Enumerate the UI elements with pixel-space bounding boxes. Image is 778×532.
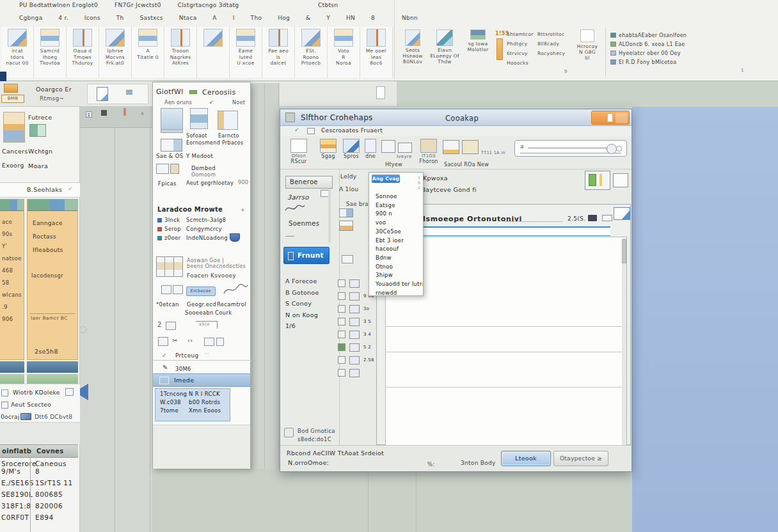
checkbox-icon[interactable] bbox=[1, 402, 8, 409]
mini-outline-icon[interactable] bbox=[602, 215, 612, 221]
small-icon[interactable] bbox=[170, 164, 179, 174]
notes-section-header[interactable]: B.Seehlaks ✓ bbox=[0, 182, 80, 198]
nav-label[interactable]: Soenmes bbox=[289, 220, 319, 227]
palette-row[interactable]: 3 5 bbox=[338, 315, 374, 328]
menu-item[interactable]: Hog bbox=[278, 15, 290, 21]
ribbon-group[interactable]: Oaua d Tmqws Thduroy bbox=[67, 27, 99, 78]
layout-thumbnail[interactable] bbox=[161, 108, 183, 130]
note-card[interactable]: EanngaceRoctassIfleabouts Iacodensgr Iae… bbox=[27, 199, 78, 360]
table-grid-icon[interactable] bbox=[156, 256, 183, 277]
palette-row[interactable]: 2.58 bbox=[338, 354, 374, 366]
palette-row[interactable]: 3 4 bbox=[338, 328, 374, 341]
dropdown-item[interactable]: Youaodd ter lutrapie bbox=[369, 280, 423, 289]
toolbar-group[interactable]: IT1GS Fhoron bbox=[417, 137, 440, 165]
preview-icon-box[interactable] bbox=[613, 173, 628, 187]
option-label[interactable]: Rocyohecy bbox=[537, 49, 565, 58]
dropdown-item[interactable]: rnewdd bbox=[369, 289, 423, 298]
toolbar-group[interactable]: dne bbox=[362, 137, 379, 160]
folder-icon-large[interactable] bbox=[612, 205, 631, 221]
window-tab[interactable]: FN7Gr Jcwctst0 bbox=[115, 2, 161, 10]
sidebar-label[interactable]: Exoorg bbox=[2, 162, 24, 169]
window-tab[interactable]: Clstgrtacngo 3dtatg bbox=[178, 2, 239, 10]
menu-item[interactable]: Sastxcs bbox=[139, 15, 163, 21]
menu-item[interactable]: Th bbox=[116, 15, 124, 21]
folder-preview-icon[interactable] bbox=[3, 112, 25, 143]
ribbon-group[interactable]: ESt. Roono Prtoecb bbox=[295, 27, 328, 78]
menu-item[interactable]: 4 r. bbox=[58, 15, 68, 21]
note-card-partial[interactable]: ace90sY'natsoe46858wlcans.9906 bbox=[0, 199, 24, 360]
menu-item[interactable]: A bbox=[212, 15, 216, 21]
scrollbar-thumb[interactable] bbox=[622, 239, 626, 263]
dropdown-item[interactable]: 30Ce5oe bbox=[369, 228, 423, 237]
nav-item[interactable]: 1/6 bbox=[285, 320, 319, 332]
action-label[interactable]: Wiotrb KDoleke bbox=[13, 389, 60, 396]
table-row[interactable]: 318F1:8 820006 bbox=[0, 500, 78, 512]
ribbon-group[interactable]: Eame luted U xcoe bbox=[230, 27, 262, 78]
layout-thumbnail[interactable] bbox=[218, 111, 238, 130]
dropdown-tag[interactable]: Ang Cvag bbox=[372, 175, 400, 183]
page-icon[interactable] bbox=[376, 86, 385, 99]
option-label[interactable]: Bttsrotitoc bbox=[537, 29, 565, 39]
ribbon-group[interactable]: Iphrse Mocvns Frk.at0 bbox=[99, 27, 132, 78]
dropdown-item[interactable]: haceouf bbox=[369, 245, 423, 254]
nav-item[interactable]: S Conoy bbox=[285, 298, 319, 309]
mini-display-icon[interactable] bbox=[588, 215, 597, 221]
menu-item[interactable]: Ntaca bbox=[179, 15, 197, 21]
table-row[interactable]: SE8190L 800685 bbox=[0, 489, 78, 500]
sidebar-label[interactable]: Futrece bbox=[28, 114, 52, 121]
document-icon[interactable] bbox=[97, 87, 108, 101]
expand-icon[interactable]: + bbox=[241, 207, 245, 213]
nav-scrollbar[interactable] bbox=[328, 189, 331, 243]
toolbar-group[interactable]: Dfoon RScur bbox=[284, 137, 314, 165]
sidebar-label[interactable]: Wchtgn bbox=[28, 148, 52, 155]
grid-icon[interactable] bbox=[166, 322, 176, 330]
action-label[interactable]: 0ocraj bbox=[1, 414, 20, 420]
selected-row[interactable]: Imede bbox=[153, 373, 250, 387]
menu-item[interactable]: HN bbox=[346, 15, 355, 21]
row-label[interactable]: Y Medoot bbox=[186, 153, 213, 159]
box-icon[interactable] bbox=[216, 338, 224, 346]
action-label[interactable]: Aeut Scecteo bbox=[11, 402, 51, 408]
row-label[interactable]: Recamtrol bbox=[217, 301, 246, 308]
table-row[interactable]: C0RF0T E894 bbox=[0, 512, 78, 523]
ribbon-group[interactable]: Me ooer leas 8oc6 bbox=[360, 27, 393, 78]
menu-item-right[interactable]: Nbnn bbox=[402, 15, 418, 21]
row-label[interactable]: Geogr.ecd bbox=[187, 301, 216, 308]
table-header-cell[interactable]: oinflatb bbox=[2, 448, 31, 455]
checklist-row[interactable]: ehabtaAEaber Osanlfoen bbox=[610, 31, 745, 40]
input-clear-icon[interactable] bbox=[616, 146, 622, 152]
row-label[interactable]: Courk bbox=[215, 309, 232, 316]
small-icon[interactable] bbox=[156, 164, 169, 174]
option-label[interactable]: 8Il8cady bbox=[537, 39, 565, 49]
window-tab[interactable]: PU Bedtattwlnen Eroglot0 bbox=[19, 2, 98, 10]
dropdown-item[interactable]: Eatsge bbox=[369, 201, 423, 210]
option-label[interactable]: Shtamtcor bbox=[507, 29, 534, 39]
option-label[interactable]: Phdtgcy bbox=[507, 39, 534, 49]
layout-thumbnail[interactable] bbox=[190, 108, 208, 129]
sidebar-label[interactable]: Moara bbox=[28, 162, 48, 169]
action-label[interactable]: Dtt6 DCbvt8 bbox=[35, 414, 72, 420]
sub-option-row[interactable]: 7tome Xmn Eooos bbox=[155, 405, 230, 414]
ribbon-right-group-3[interactable]: sg IowaMolotlor bbox=[462, 29, 494, 52]
menu-item[interactable]: Tho bbox=[251, 15, 262, 21]
ok-button[interactable]: Lteook bbox=[501, 451, 551, 466]
mid-icon[interactable] bbox=[339, 208, 353, 217]
ribbon-right-group-1[interactable]: SeotsHseaowB0NLov bbox=[398, 29, 427, 65]
sub-option-row[interactable]: 1Tcncong N R I RCCK bbox=[155, 389, 230, 397]
ribbon-group[interactable]: ircat tdors nacut 00 bbox=[1, 27, 34, 78]
row-label[interactable]: Fpicas bbox=[158, 180, 177, 187]
view-icon[interactable] bbox=[29, 124, 46, 137]
cancel-button[interactable]: Otaypectoe ≥ bbox=[553, 451, 608, 466]
row-label[interactable]: Aeut gegrhloetay bbox=[186, 180, 234, 186]
ribbon-group[interactable] bbox=[197, 27, 230, 78]
content-header-bar[interactable] bbox=[417, 226, 610, 236]
ribbon-group[interactable]: A Titatle 0 bbox=[132, 27, 164, 78]
checklist-row[interactable]: Hyeelatcr ober 00 Oey bbox=[610, 49, 745, 58]
pen-label[interactable]: 30M6 bbox=[175, 366, 191, 372]
folder-icon[interactable] bbox=[4, 84, 18, 93]
calendar-icon[interactable] bbox=[65, 388, 74, 396]
ribbon-group[interactable]: Samcrd Ihoeg Tkovtoa bbox=[34, 27, 67, 78]
menu-item[interactable]: Y bbox=[326, 15, 330, 21]
palette-row[interactable]: 3o bbox=[338, 302, 374, 315]
small-icon[interactable] bbox=[307, 128, 315, 134]
